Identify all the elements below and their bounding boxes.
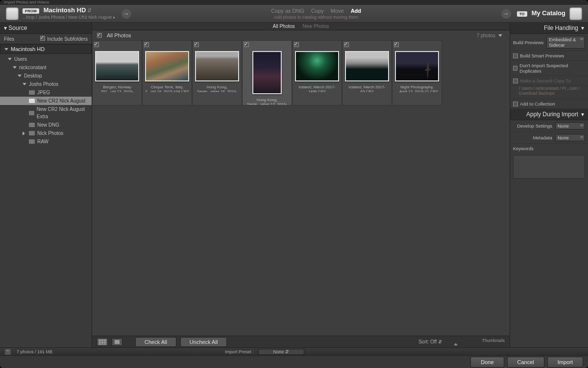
grid-title: All Photos xyxy=(107,32,131,38)
second-copy-path: / Users / nickconstant / Pi...com / Down… xyxy=(510,86,588,99)
include-subfolders-checkbox[interactable]: Include Subfolders xyxy=(40,36,88,42)
thumbnail-image[interactable] xyxy=(95,51,139,81)
source-panel-header[interactable]: ▾ Source xyxy=(0,23,92,34)
grid-area: All Photos New Photos All Photos 7 photo… xyxy=(92,23,510,347)
mode-copy-dng[interactable]: Copy as DNG xyxy=(271,8,304,14)
mode-move[interactable]: Move xyxy=(331,8,344,14)
arrow-right-icon: → xyxy=(501,9,511,19)
thumbnail-cell[interactable]: Iceland, March 2017-1486.CR2 xyxy=(292,40,342,105)
thumbnail-cell[interactable]: Bergen, Norway 201...ust 13, 2016-196.CR… xyxy=(92,40,142,105)
apply-during-import-header[interactable]: Apply During Import ▾ xyxy=(510,109,588,120)
develop-settings-dropdown[interactable]: None xyxy=(555,122,585,130)
source-panel: ▾ Source Files Include Subfolders Macint… xyxy=(0,23,92,347)
import-mode-tabs: Copy as DNG Copy Move Add Add photos to … xyxy=(137,8,495,20)
grid-view-button[interactable] xyxy=(97,338,108,346)
settings-panel: File Handling ▾ Build Previews Embedded … xyxy=(510,23,588,347)
thumbnail-checkbox[interactable] xyxy=(144,42,149,47)
source-disk-name[interactable]: Macintosh HD xyxy=(44,6,86,14)
import-dialog: Import Photos and Videos FROM Macintosh … xyxy=(0,0,588,368)
status-count: 7 photos / 191 MB xyxy=(17,349,52,354)
thumbnail-cell[interactable]: Iceland, March 2017-65.CR2 xyxy=(342,40,392,105)
window-titlebar: Import Photos and Videos xyxy=(0,0,588,5)
tree-item-nick-photos[interactable]: Nick Photos xyxy=(0,129,92,137)
from-badge: FROM xyxy=(23,8,39,14)
thumbnail-caption: Cinque Terre, Italy, 2...ust 18, 2015-10… xyxy=(144,83,190,92)
sort-label: Sort: xyxy=(418,339,429,344)
mode-add[interactable]: Add xyxy=(351,8,361,14)
thumbnail-image[interactable] xyxy=(195,51,239,81)
folder-tree: Users nickconstant Desktop Joshs Photos … xyxy=(0,54,92,147)
thumbnail-image[interactable] xyxy=(145,51,189,81)
thumbnail-checkbox[interactable] xyxy=(94,42,99,47)
tree-item-new-cr2-nick-august-extra[interactable]: New CR2 Nick August Extra xyxy=(0,105,92,121)
thumbnail-cell[interactable]: Night Photography, ...April 13, 2016-21.… xyxy=(392,40,442,105)
dialog-buttons: Done Cancel Import xyxy=(0,355,588,368)
header: FROM Macintosh HD ⇵ ...ktop / Joshs Phot… xyxy=(0,5,588,23)
thumbnail-caption: Hong Kong, Septe...mber 17, 2016-74.CR2 xyxy=(244,96,290,105)
thumbnail-cell[interactable]: Hong Kong, Septe...mber 16, 2016-62.CR2 xyxy=(192,40,242,105)
uncheck-all-button[interactable]: Uncheck All xyxy=(180,337,227,347)
tree-item-raw[interactable]: RAW xyxy=(0,137,92,146)
cancel-button[interactable]: Cancel xyxy=(507,357,544,368)
thumbnail-cell[interactable]: Hong Kong, Septe...mber 17, 2016-74.CR2 xyxy=(242,40,292,105)
tree-item-joshs-photos[interactable]: Joshs Photos xyxy=(0,80,92,88)
photo-count: 7 photos xyxy=(477,33,495,38)
thumbnail-checkbox[interactable] xyxy=(194,42,199,47)
thumbnail-image[interactable] xyxy=(345,51,389,81)
metadata-label: Metadata xyxy=(513,135,552,140)
sort-direction-icon[interactable] xyxy=(498,34,502,37)
thumbnail-caption: Iceland, March 2017-65.CR2 xyxy=(344,83,390,92)
import-preset-dropdown[interactable]: None ⇵ xyxy=(258,349,304,355)
source-breadcrumb[interactable]: ...ktop / Joshs Photos / New CR2 Nick Au… xyxy=(23,14,116,20)
check-all-button[interactable]: Check All xyxy=(135,337,176,347)
destination-name[interactable]: My Catalog xyxy=(532,9,565,17)
thumbnail-checkbox[interactable] xyxy=(344,42,349,47)
tree-item-desktop[interactable]: Desktop xyxy=(0,72,92,80)
volume-header[interactable]: Macintosh HD xyxy=(0,44,92,54)
tree-item-nickconstant[interactable]: nickconstant xyxy=(0,63,92,72)
source-disk-icon xyxy=(6,7,19,20)
file-handling-header[interactable]: File Handling ▾ xyxy=(510,23,588,34)
thumbnail-image[interactable] xyxy=(295,51,339,81)
thumbnail-image[interactable] xyxy=(252,51,282,94)
build-previews-dropdown[interactable]: Embedded & Sidecar xyxy=(546,36,585,49)
tab-all-photos[interactable]: All Photos xyxy=(273,24,295,29)
mode-description: Add photos to catalog without moving the… xyxy=(274,15,358,20)
tree-item-new-dng[interactable]: New DNG xyxy=(0,121,92,129)
arrow-right-icon: → xyxy=(122,9,131,19)
sort-dropdown[interactable]: Off xyxy=(430,339,437,344)
loupe-view-button[interactable] xyxy=(112,338,122,346)
thumbnails-label: Thumbnails xyxy=(456,338,505,343)
select-all-checkbox[interactable] xyxy=(97,33,102,38)
build-previews-label: Build Previews xyxy=(513,40,543,45)
thumbnail-image[interactable] xyxy=(395,51,439,81)
build-smart-previews-checkbox[interactable] xyxy=(513,53,518,58)
thumbnail-cell[interactable]: Cinque Terre, Italy, 2...ust 18, 2015-10… xyxy=(142,40,192,105)
thumbnail-caption: Bergen, Norway 201...ust 13, 2016-196.CR… xyxy=(94,83,140,92)
develop-settings-label: Develop Settings xyxy=(513,123,552,129)
thumbnail-checkbox[interactable] xyxy=(244,42,249,47)
tab-new-photos[interactable]: New Photos xyxy=(303,24,329,29)
import-preset-label: Import Preset : xyxy=(225,349,254,354)
tree-item-new-cr2-nick-august[interactable]: New CR2 Nick August xyxy=(0,97,92,105)
thumbnail-checkbox[interactable] xyxy=(394,42,399,47)
thumbnail-size-slider[interactable] xyxy=(454,343,458,345)
destination-disk-icon xyxy=(569,7,582,20)
thumbnail-caption: Iceland, March 2017-1486.CR2 xyxy=(294,83,340,92)
add-to-collection-checkbox[interactable] xyxy=(513,102,518,106)
keywords-input[interactable] xyxy=(513,155,585,179)
to-badge: TO xyxy=(517,11,527,17)
tree-item-jpeg[interactable]: JPEG xyxy=(0,88,92,97)
tree-item-users[interactable]: Users xyxy=(0,55,92,63)
thumbnail-checkbox[interactable] xyxy=(294,42,299,47)
status-bar: ⌃ 7 photos / 191 MB Import Preset : None… xyxy=(0,347,588,355)
import-button[interactable]: Import xyxy=(547,357,583,368)
done-button[interactable]: Done xyxy=(470,357,504,368)
second-copy-checkbox[interactable] xyxy=(513,79,518,83)
mode-copy[interactable]: Copy xyxy=(311,8,324,14)
dont-import-duplicates-checkbox[interactable] xyxy=(513,66,517,71)
thumbnail-caption: Night Photography, ...April 13, 2016-21.… xyxy=(394,83,440,92)
files-label: Files xyxy=(4,36,14,42)
metadata-dropdown[interactable]: None xyxy=(555,134,585,141)
expand-button[interactable]: ⌃ xyxy=(5,349,11,355)
